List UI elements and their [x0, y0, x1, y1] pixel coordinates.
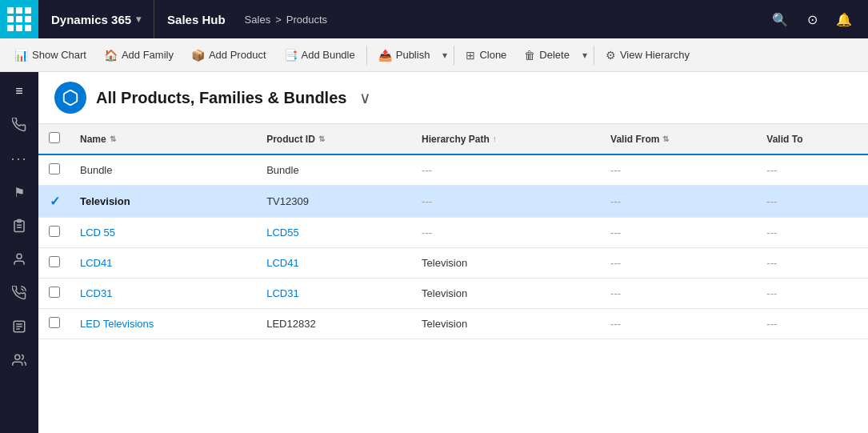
row-name-cell[interactable]: LCD41	[70, 248, 257, 279]
sidebar-icon-menu[interactable]: ≡	[3, 75, 35, 107]
view-hierarchy-label: View Hierarchy	[620, 49, 690, 61]
row-product-id-link[interactable]: LCD55	[266, 227, 298, 239]
notification-icon[interactable]: 🔔	[830, 5, 858, 34]
breadcrumb-page: Products	[286, 14, 327, 26]
row-name-link[interactable]: LCD 55	[80, 227, 115, 239]
header-valid-to[interactable]: Valid To	[757, 124, 868, 154]
publish-button[interactable]: 📤 Publish	[370, 42, 438, 69]
view-hierarchy-button[interactable]: ⚙ View Hierarchy	[598, 42, 698, 69]
row-product-id-cell: Bundle	[257, 154, 412, 186]
sidebar-icon-person[interactable]	[3, 243, 35, 275]
sidebar-icon-more[interactable]: ···	[3, 142, 35, 174]
add-family-label: Add Family	[122, 49, 174, 61]
header-hierarchy-path[interactable]: Hierarchy Path ↑	[412, 124, 601, 154]
row-name-cell[interactable]: LED Televisions	[70, 309, 257, 339]
add-bundle-icon: 📑	[284, 49, 298, 62]
clone-button[interactable]: ⊞ Clone	[458, 42, 514, 69]
toolbar-divider-1	[366, 46, 367, 65]
sidebar-icon-call[interactable]	[3, 277, 35, 309]
search-icon[interactable]: 🔍	[766, 5, 794, 34]
sidebar-icon-person2[interactable]	[3, 344, 35, 376]
row-hierarchy-cell: Television	[412, 309, 601, 339]
row-check-cell[interactable]	[38, 309, 70, 339]
table-row[interactable]: LCD31LCD31Television------	[38, 279, 868, 309]
toolbar-divider-3	[594, 46, 594, 65]
row-name-link[interactable]: LED Televisions	[80, 318, 154, 330]
hierarchy-sort-icon: ↑	[493, 134, 497, 143]
products-table-container: Name ⇅ Product ID ⇅ Hier	[38, 124, 868, 433]
row-check-cell[interactable]	[38, 218, 70, 248]
row-name-cell[interactable]: LCD31	[70, 279, 257, 309]
row-checkmark: ✓	[50, 194, 60, 208]
publish-dropdown-button[interactable]: ▾	[439, 42, 450, 69]
settings-icon[interactable]: ⊙	[798, 5, 826, 34]
nav-icon-group: 🔍 ⊙ 🔔	[766, 5, 868, 34]
row-name-cell: Bundle	[70, 154, 257, 186]
add-product-button[interactable]: 📦 Add Product	[183, 42, 274, 69]
row-check-cell[interactable]	[38, 154, 70, 186]
table-row[interactable]: LCD 55LCD55---------	[38, 218, 868, 248]
row-check-cell[interactable]: ✓	[38, 186, 70, 218]
row-valid-from-cell: ---	[601, 309, 757, 339]
clone-label: Clone	[479, 49, 506, 61]
table-row[interactable]: LCD41LCD41Television------	[38, 248, 868, 279]
row-valid-from-cell: ---	[601, 279, 757, 309]
row-checkbox[interactable]	[49, 226, 60, 237]
row-hierarchy-cell: Television	[412, 279, 601, 309]
row-checkbox[interactable]	[49, 256, 60, 267]
show-chart-label: Show Chart	[32, 49, 86, 61]
row-check-cell[interactable]	[38, 279, 70, 309]
row-valid-from-cell: ---	[601, 186, 757, 218]
app-title-area[interactable]: Dynamics 365 ▾	[38, 0, 154, 38]
valid-from-sort-icon: ⇅	[662, 134, 669, 143]
add-bundle-button[interactable]: 📑 Add Bundle	[276, 42, 363, 69]
delete-dropdown-button[interactable]: ▾	[579, 42, 590, 69]
row-hierarchy-cell: ---	[412, 186, 601, 218]
show-chart-button[interactable]: 📊 Show Chart	[6, 42, 94, 69]
row-checkbox[interactable]	[49, 317, 60, 328]
row-product-id-cell[interactable]: LCD55	[257, 218, 412, 248]
row-name-cell[interactable]: LCD 55	[70, 218, 257, 248]
table-body: BundleBundle---------✓TelevisionTV12309-…	[38, 154, 868, 339]
row-product-id-link[interactable]: LCD31	[266, 287, 298, 299]
header-name[interactable]: Name ⇅	[70, 124, 257, 154]
header-product-id[interactable]: Product ID ⇅	[257, 124, 412, 154]
delete-icon: 🗑	[524, 49, 535, 62]
row-name-link[interactable]: LCD41	[80, 257, 112, 269]
row-checkbox[interactable]	[49, 163, 60, 174]
header-check[interactable]	[38, 124, 70, 154]
delete-label: Delete	[539, 49, 570, 61]
page-title-dropdown-icon[interactable]: ∨	[359, 88, 371, 107]
row-valid-to-cell: ---	[757, 279, 868, 309]
sidebar-icon-clipboard[interactable]	[3, 210, 35, 242]
row-product-id-cell: LED12832	[257, 309, 412, 339]
sidebar-icon-flag[interactable]: ⚑	[3, 176, 35, 208]
app-grid-button[interactable]	[0, 0, 38, 38]
row-name-link[interactable]: LCD31	[80, 287, 112, 299]
row-name-link[interactable]: Television	[80, 195, 130, 207]
table-row[interactable]: LED TelevisionsLED12832Television------	[38, 309, 868, 339]
row-check-cell[interactable]	[38, 248, 70, 279]
breadcrumb-separator: >	[275, 14, 282, 26]
row-valid-to-cell: ---	[757, 218, 868, 248]
table-row[interactable]: ✓TelevisionTV12309---------	[38, 186, 868, 218]
row-product-id-cell[interactable]: LCD31	[257, 279, 412, 309]
breadcrumb: Sales > Products	[245, 14, 327, 26]
row-hierarchy-cell: ---	[412, 218, 601, 248]
app-title-dropdown-icon[interactable]: ▾	[136, 14, 141, 25]
header-checkbox[interactable]	[49, 132, 60, 143]
row-name-cell[interactable]: Television	[70, 186, 257, 218]
sidebar-icon-phone[interactable]	[3, 109, 35, 141]
header-valid-from[interactable]: Valid From ⇅	[601, 124, 757, 154]
row-valid-to-cell: ---	[757, 186, 868, 218]
delete-button[interactable]: 🗑 Delete	[516, 42, 578, 69]
table-row[interactable]: BundleBundle---------	[38, 154, 868, 186]
show-chart-icon: 📊	[14, 49, 28, 62]
row-product-id-cell[interactable]: LCD41	[257, 248, 412, 279]
row-product-id-link[interactable]: LCD41	[266, 257, 298, 269]
row-valid-from-cell: ---	[601, 248, 757, 279]
breadcrumb-section[interactable]: Sales	[245, 14, 271, 26]
sidebar-icon-note[interactable]	[3, 311, 35, 343]
add-family-button[interactable]: 🏠 Add Family	[96, 42, 182, 69]
row-checkbox[interactable]	[49, 287, 60, 298]
